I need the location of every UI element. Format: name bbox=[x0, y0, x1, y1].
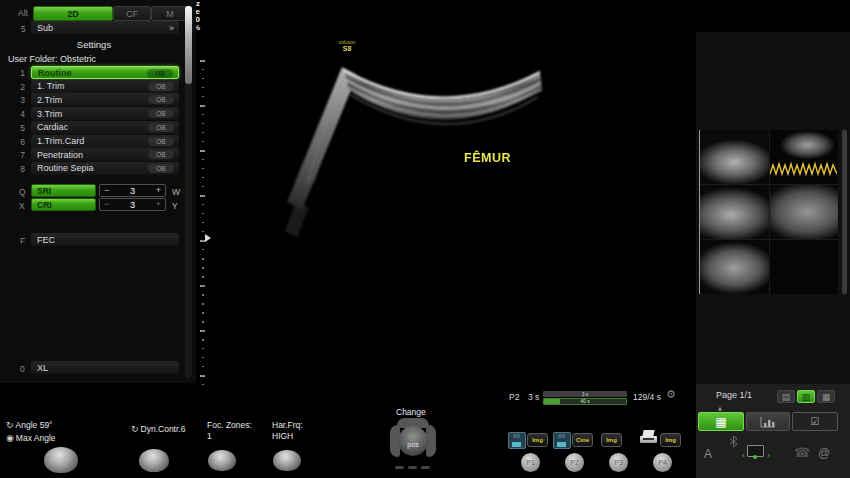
fec-key: F bbox=[20, 236, 25, 246]
report-tab[interactable] bbox=[746, 412, 790, 431]
preset-bar[interactable]: 2.Trim OB bbox=[31, 93, 179, 106]
preset-bar[interactable]: Cardiac OB bbox=[31, 121, 179, 134]
arrow-left-icon: ‹ bbox=[742, 452, 745, 460]
preset-badge: OB bbox=[148, 137, 174, 146]
preset-badge: OB bbox=[148, 95, 174, 104]
arrow-right-icon: › bbox=[767, 452, 770, 460]
cri-plus-button[interactable]: + bbox=[156, 199, 161, 210]
email-icon[interactable]: @ bbox=[818, 446, 830, 460]
ultrasound-image bbox=[196, 32, 696, 392]
cine-buffer-bar[interactable]: 3 s bbox=[543, 391, 627, 397]
cine-stamp-icon: Cine bbox=[572, 433, 593, 447]
preset-badge: OB bbox=[148, 123, 174, 132]
preset-bar[interactable]: Routine OB bbox=[31, 66, 179, 79]
img-stamp-icon: Img bbox=[660, 433, 681, 447]
preset-label: 1. Trim bbox=[37, 81, 65, 91]
trackball-dots: ••• bbox=[398, 433, 428, 439]
xl-key: 0 bbox=[20, 364, 25, 374]
preset-num: 6 bbox=[0, 137, 25, 147]
save-image-icon bbox=[508, 432, 526, 449]
preset-row-penetration[interactable]: 7 Penetration OB bbox=[0, 148, 196, 162]
sub-label: Sub bbox=[37, 23, 53, 33]
preset-row-3trim[interactable]: 4 3.Trim OB bbox=[0, 107, 196, 121]
layout-grid-button[interactable]: ▥ bbox=[797, 390, 815, 403]
sri-button[interactable]: SRI bbox=[31, 184, 96, 197]
preset-badge: OB bbox=[148, 150, 174, 159]
clipboard-thumbnails bbox=[699, 130, 838, 294]
cri-button[interactable]: CRI bbox=[31, 198, 96, 211]
preset-badge: OB bbox=[148, 164, 174, 173]
checklist-tab[interactable]: ☑ bbox=[792, 412, 838, 431]
sri-key: Q bbox=[19, 187, 26, 197]
preset-row-routine-sepia[interactable]: 8 Routine Sepia OB bbox=[0, 162, 196, 176]
gear-icon[interactable]: ⚙ bbox=[666, 388, 676, 401]
frame-counter: 129/4 s bbox=[633, 392, 661, 402]
tab-cf[interactable]: CF bbox=[113, 6, 151, 21]
preset-row-1trim[interactable]: 2 1. Trim OB bbox=[0, 80, 196, 94]
thumbnail-fetal-abdomen[interactable] bbox=[700, 185, 769, 239]
thumbnail-scrollbar[interactable] bbox=[842, 130, 847, 294]
angle-knob[interactable] bbox=[44, 447, 78, 473]
sri-plus-button[interactable]: + bbox=[156, 185, 161, 196]
ultrasound-image-area[interactable]: voluson S8 bbox=[196, 32, 696, 415]
preset-num: 7 bbox=[0, 150, 25, 160]
thumbnail-doppler-waveform[interactable] bbox=[770, 130, 839, 184]
thumbnail-fetal-abdomen-2[interactable] bbox=[700, 240, 769, 294]
preset-bar[interactable]: Routine Sepia OB bbox=[31, 162, 179, 175]
focal-zones-label: Foc. Zones: bbox=[207, 420, 252, 430]
phone-icon[interactable]: ☎ bbox=[794, 445, 810, 460]
focal-zones-knob[interactable] bbox=[208, 450, 236, 471]
preset-num: 2 bbox=[0, 82, 25, 92]
thumbnail-fetal-head[interactable] bbox=[700, 130, 769, 184]
p4-key[interactable]: P4 bbox=[653, 453, 672, 472]
scrollbar-handle[interactable] bbox=[185, 6, 192, 84]
network-transfer-button[interactable]: ‹ › bbox=[742, 445, 770, 463]
panel-scrollbar[interactable] bbox=[185, 6, 192, 378]
tab-m[interactable]: M bbox=[151, 6, 189, 21]
p2-key[interactable]: P2 bbox=[565, 453, 584, 472]
trackball-center[interactable]: ••• pos bbox=[398, 426, 428, 456]
preset-bar[interactable]: 1.Trim.Card OB bbox=[31, 135, 179, 148]
rotate-icon: ↻ bbox=[6, 420, 14, 430]
touch-panel: Alt 2D CF M 5 Sub » Settings User Folder… bbox=[0, 0, 196, 383]
preset-row-1trimcard[interactable]: 6 1.Trim.Card OB bbox=[0, 135, 196, 149]
user-folder-label: User Folder: Obstetric bbox=[8, 54, 96, 64]
harmonic-freq-label: Har.Frq: bbox=[272, 420, 303, 430]
save-cine-icon bbox=[553, 432, 571, 449]
annotation-text-button[interactable]: A bbox=[704, 447, 712, 461]
harmonic-freq-knob[interactable] bbox=[273, 450, 301, 471]
preset-row-routine[interactable]: 1 Routine OB bbox=[0, 66, 196, 80]
xl-button[interactable]: XL bbox=[31, 361, 179, 374]
layout-multi-button[interactable]: ▦ bbox=[817, 390, 835, 403]
clipboard-controls: Page 1/1 ▤ ▥ ▦ ▲ ▦ ☑ A bbox=[696, 384, 850, 478]
cine-duration-bar[interactable]: 40 s bbox=[543, 398, 627, 405]
active-print-key: P2 bbox=[509, 392, 519, 402]
chevron-right-icon: » bbox=[169, 23, 174, 33]
layout-single-button[interactable]: ▤ bbox=[777, 390, 795, 403]
clipboard-grid-tab[interactable]: ▦ bbox=[698, 412, 744, 431]
trackball-control[interactable]: ••• pos bbox=[390, 418, 436, 464]
preset-badge: OB bbox=[148, 82, 174, 91]
up-marker-icon: ▲ bbox=[718, 405, 722, 411]
preset-bar[interactable]: 1. Trim OB bbox=[31, 80, 179, 93]
thumbnail-fetal-body[interactable] bbox=[770, 185, 839, 239]
p3-key[interactable]: P3 bbox=[609, 453, 628, 472]
preset-bar[interactable]: Penetration OB bbox=[31, 148, 179, 161]
histogram-icon bbox=[760, 416, 776, 428]
preset-row-cardiac[interactable]: 5 Cardiac OB bbox=[0, 121, 196, 135]
printer-slot bbox=[643, 438, 654, 440]
preset-num: 1 bbox=[0, 68, 25, 78]
preset-num: 5 bbox=[0, 123, 25, 133]
p1-key[interactable]: P1 bbox=[521, 453, 540, 472]
bluetooth-icon bbox=[729, 434, 738, 452]
preset-label: Penetration bbox=[37, 150, 83, 160]
sub-key: 5 bbox=[21, 24, 26, 34]
fec-button[interactable]: FEC bbox=[31, 233, 179, 246]
tab-2d[interactable]: 2D bbox=[33, 6, 113, 21]
xl-label: XL bbox=[37, 363, 48, 373]
dyn-contrast-knob[interactable] bbox=[139, 449, 169, 472]
preset-bar[interactable]: 3.Trim OB bbox=[31, 107, 179, 120]
preset-row-2trim[interactable]: 3 2.Trim OB bbox=[0, 93, 196, 107]
sub-menu-row[interactable]: Sub » bbox=[31, 21, 179, 34]
preset-num: 8 bbox=[0, 164, 25, 174]
